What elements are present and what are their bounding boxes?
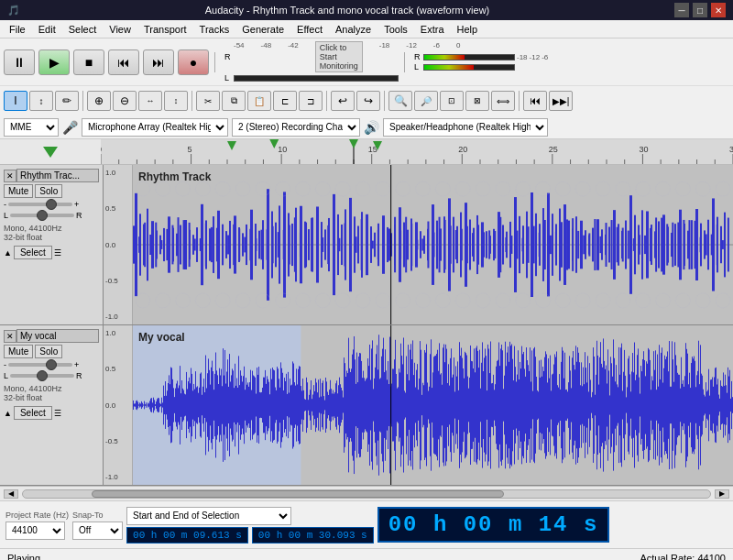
speaker-select[interactable]: Speaker/Headphone (Realtek High [383,118,548,137]
playhead-marker[interactable] [373,141,382,150]
sep-tools [82,91,83,111]
rhythm-track-header: ✕ Rhythm Trac... [4,169,99,182]
selection-tool[interactable]: I [4,91,27,111]
menu-help[interactable]: Help [452,22,484,37]
rhythm-mute-button[interactable]: Mute [4,184,33,198]
rhythm-track-name-btn[interactable]: Rhythm Trac... [16,169,99,182]
stop-button[interactable]: ■ [73,49,104,75]
vocal-track-close[interactable]: ✕ [4,330,16,343]
cut-tool[interactable]: ✂ [196,91,220,111]
scroll-right-button[interactable]: ▶ [715,489,729,499]
vocal-gain-slider[interactable] [8,363,72,367]
menu-file[interactable]: File [4,22,31,37]
envelope-tool[interactable]: ↕ [29,91,53,111]
rhythm-select-button[interactable]: Select [14,246,52,259]
pause-button[interactable]: ⏸ [4,49,35,75]
vocal-track: ✕ My vocal Mute Solo - + L R Mono, 44100… [0,325,733,486]
vocal-select-button[interactable]: Select [14,406,52,420]
undo-button[interactable]: ↩ [331,91,355,111]
skip-end-btn2[interactable]: ▶▶| [549,91,573,111]
redo-button[interactable]: ↪ [356,91,380,111]
transport-toolbar: ⏸ ▶ ■ ⏮ ⏭ ● R -54-48-42 Click to Start M… [0,38,733,86]
vocal-pan-slider[interactable] [10,374,74,378]
minimize-button[interactable]: ─ [674,3,689,17]
rhythm-track-close[interactable]: ✕ [4,170,16,182]
paste-tool[interactable]: 📋 [247,91,271,111]
play-button[interactable]: ▶ [38,49,70,75]
fit-project-tool[interactable]: ↔ [138,91,162,111]
selection-start-marker[interactable] [227,141,236,150]
zoom-out-tool[interactable]: ⊖ [113,91,137,111]
status-bar: Playing. Actual Rate: 44100 [0,548,733,560]
rhythm-menu-icon[interactable]: ☰ [54,248,61,258]
rhythm-solo-button[interactable]: Solo [35,184,62,198]
menu-analyze[interactable]: Analyze [330,22,377,37]
zoom-tool[interactable]: ⊕ [87,91,111,111]
zoom-sel-button[interactable]: ⊡ [440,91,464,111]
vocal-solo-button[interactable]: Solo [35,345,62,358]
project-rate-select[interactable]: 44100 [5,522,65,540]
silence-tool[interactable]: ⊐ [299,91,323,111]
vocal-pan-l: L [4,371,8,380]
title-bar: 🎵 Audacity - Rhythm Track and mono vocal… [0,0,733,20]
close-button[interactable]: ✕ [711,3,726,17]
project-rate-section: Project Rate (Hz) 44100 [5,511,69,540]
h-scrollbar[interactable] [22,489,711,499]
rhythm-gain-plus: + [74,200,79,209]
skip-begin-btn2[interactable]: ⏮ [523,91,547,111]
maximize-button[interactable]: □ [693,3,707,17]
menu-select[interactable]: Select [63,22,103,37]
selection-format-select[interactable]: Start and End of Selection [126,507,291,525]
project-rate-label: Project Rate (Hz) [5,511,69,520]
vocal-menu-icon[interactable]: ☰ [54,409,61,418]
channel-select[interactable]: 2 (Stereo) Recording Chann... [232,118,360,137]
click-to-monitor[interactable]: Click to Start Monitoring [315,41,363,72]
vocal-track-name-btn[interactable]: My vocal [16,329,99,343]
menu-bar: File Edit Select View Transport Tracks G… [0,20,733,38]
skip-back-button[interactable]: ⏮ [108,49,139,75]
zoom-in-button[interactable]: 🔍 [388,91,412,111]
menu-tracks[interactable]: Tracks [194,22,235,37]
zoom-out-button[interactable]: 🔎 [414,91,438,111]
trim-tool[interactable]: ⊏ [273,91,297,111]
copy-tool[interactable]: ⧉ [222,91,246,111]
mic-select[interactable]: Microphone Array (Realtek High [82,118,228,137]
rhythm-waveform-area[interactable]: 1.0 0.5 0.0 -0.5 -1.0 Rhythm Track [104,165,733,324]
vocal-waveform-area[interactable]: 1.0 0.5 0.0 -0.5 -1.0 My vocal [104,325,733,485]
h-scrollbar-thumb[interactable] [92,490,504,498]
draw-tool[interactable]: ✏ [55,91,79,111]
skip-fwd-button[interactable]: ⏭ [143,49,174,75]
actual-rate: Actual Rate: 44100 [640,553,726,561]
rhythm-gain-slider[interactable] [8,203,72,206]
menu-extra[interactable]: Extra [415,22,450,37]
vocal-mute-button[interactable]: Mute [4,345,33,358]
menu-view[interactable]: View [104,22,137,37]
sep-zoom2 [519,91,520,111]
device-bar: MME 🎤 Microphone Array (Realtek High 2 (… [0,115,733,139]
rhythm-gain-control: - + [4,200,99,209]
rhythm-pan-slider[interactable] [10,214,74,217]
zoom-full-button[interactable]: ⊠ [465,91,489,111]
fit-tracks-tool[interactable]: ↕ [164,91,188,111]
menu-transport[interactable]: Transport [138,22,192,37]
ruler-track[interactable] [101,139,733,164]
snap-to-select[interactable]: Off [72,522,123,540]
vocal-gain-plus: + [74,360,79,369]
host-select[interactable]: MME [4,118,59,137]
main-time-display: 00 h 00 m 14 s [377,507,610,543]
vocal-pan-control: L R [4,371,99,380]
menu-tools[interactable]: Tools [378,22,413,37]
scroll-left-button[interactable]: ◀ [4,489,18,499]
zoom-width-button[interactable]: ⟺ [491,91,515,111]
rhythm-audio-up[interactable]: ▲ [4,248,12,258]
rhythm-mute-solo: Mute Solo [4,184,99,198]
rhythm-pan-l: L [4,211,8,220]
record-button[interactable]: ● [178,49,209,75]
menu-effect[interactable]: Effect [291,22,328,37]
menu-edit[interactable]: Edit [33,22,61,37]
playback-start-marker[interactable] [43,147,58,158]
vocal-audio-up[interactable]: ▲ [4,409,12,418]
record-meter: R -54-48-42 Click to Start Monitoring -1… [224,41,399,82]
l-label: L [224,73,232,82]
menu-generate[interactable]: Generate [236,22,290,37]
